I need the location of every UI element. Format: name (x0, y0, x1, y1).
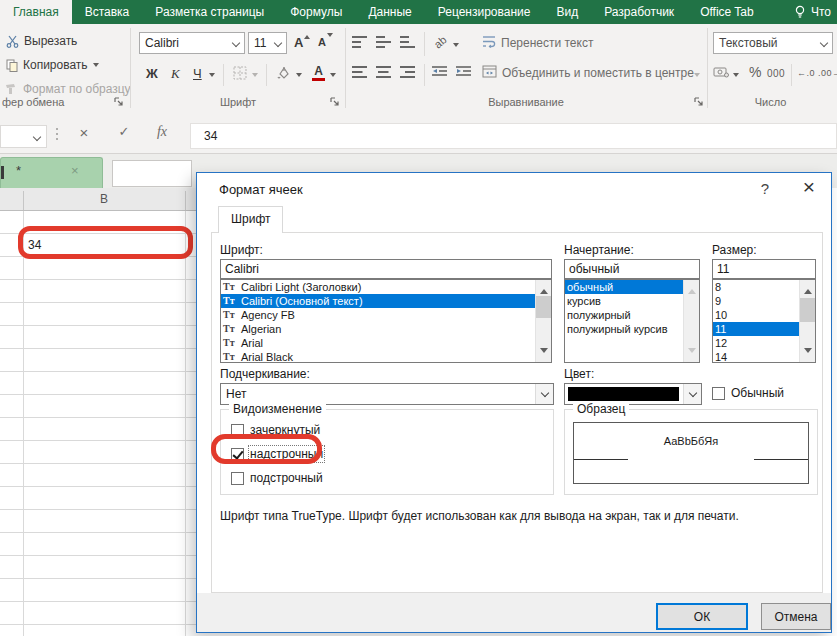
insert-function-button[interactable]: fx (150, 124, 174, 140)
tab-view[interactable]: Вид (543, 0, 591, 24)
normal-font-checkbox-row[interactable]: Обычный (712, 386, 784, 400)
comma-style-button[interactable]: 000 (767, 68, 785, 79)
font-color-button[interactable]: А (312, 64, 325, 81)
name-box-chevron-icon[interactable] (33, 132, 41, 140)
align-top-icon[interactable] (352, 36, 367, 48)
copy-button[interactable]: Копировать (6, 58, 99, 72)
align-center-icon[interactable] (376, 66, 391, 78)
increase-indent-icon[interactable] (456, 66, 471, 77)
subscript-checkbox[interactable] (231, 472, 244, 485)
style-list-item-selected[interactable]: обычный (565, 280, 699, 294)
font-dialog-launcher[interactable] (330, 97, 340, 107)
align-right-icon[interactable] (400, 66, 415, 78)
combo-dropdown-button[interactable] (683, 384, 701, 404)
merge-center-dropdown-icon[interactable] (694, 73, 700, 80)
scroll-up-icon[interactable] (540, 285, 548, 294)
tab-developer[interactable]: Разработчик (591, 0, 687, 24)
tab-review[interactable]: Рецензирование (425, 0, 544, 24)
font-list-item-selected[interactable]: ТтCalibri (Основной текст) (221, 294, 551, 308)
subscript-row[interactable]: подстрочный (231, 471, 323, 485)
cell-b2-value[interactable]: 34 (28, 238, 41, 252)
formula-input[interactable]: 34 (190, 123, 837, 149)
italic-button[interactable]: К (171, 66, 180, 82)
decrease-indent-icon[interactable] (432, 66, 447, 77)
combo-dropdown-button[interactable] (535, 384, 553, 404)
bold-button[interactable]: Ж (146, 66, 158, 81)
font-list-scrollbar[interactable] (535, 280, 551, 362)
number-format-combo[interactable]: Текстовый (713, 32, 833, 54)
decrease-decimal-button[interactable]: .00→ (818, 68, 837, 78)
format-painter-button[interactable]: Формат по образцу (4, 82, 131, 96)
wrap-text-label[interactable]: Перенести текст (501, 36, 593, 50)
cut-button[interactable]: Вырезать (6, 34, 77, 48)
close-workbook-icon[interactable]: × (71, 163, 79, 178)
scroll-down-icon[interactable] (804, 348, 812, 357)
tab-office-tab[interactable]: Office Tab (687, 0, 767, 24)
tab-home[interactable]: Главная (0, 0, 72, 24)
underline-button[interactable]: Ч (193, 66, 202, 81)
scrollbar-thumb[interactable] (800, 298, 815, 322)
accounting-dropdown-icon[interactable] (733, 73, 739, 80)
size-list-scrollbar[interactable] (799, 280, 815, 362)
font-list-item[interactable]: ТтCalibri Light (Заголовки) (221, 280, 551, 294)
formula-bar-grip[interactable] (56, 128, 58, 140)
copy-dropdown-icon[interactable] (93, 63, 99, 70)
cell-grid[interactable] (0, 211, 196, 636)
cancel-button[interactable]: Отмена (761, 603, 831, 630)
ok-button[interactable]: ОК (656, 603, 748, 630)
align-middle-icon[interactable] (376, 36, 391, 48)
confirm-entry-button[interactable]: ✓ (112, 124, 136, 139)
increase-decimal-button[interactable]: ←.0 (797, 68, 815, 78)
merge-center-label[interactable]: Объединить и поместить в центре (502, 66, 694, 80)
scroll-up-icon[interactable] (804, 285, 812, 294)
fill-color-dropdown-icon[interactable] (296, 73, 302, 80)
alignment-dialog-launcher[interactable] (694, 97, 704, 107)
orientation-icon[interactable]: ab (432, 33, 449, 50)
workbook-tab[interactable]: * × (0, 157, 103, 188)
font-list-item[interactable]: ТтAgency FB (221, 308, 551, 322)
font-color-dropdown-icon[interactable] (330, 73, 336, 80)
underline-dropdown-icon[interactable] (209, 73, 215, 80)
style-list-item[interactable]: курсив (565, 294, 699, 308)
align-bottom-icon[interactable] (400, 36, 415, 48)
percent-style-button[interactable]: % (749, 64, 761, 80)
tab-page-layout[interactable]: Разметка страницы (142, 0, 277, 24)
tab-insert[interactable]: Вставка (72, 0, 143, 24)
superscript-checkbox[interactable] (231, 448, 244, 461)
font-size-combo[interactable]: 11 (248, 32, 287, 54)
close-icon[interactable]: × (797, 175, 821, 199)
clipboard-dialog-launcher[interactable] (114, 97, 124, 107)
size-input[interactable]: 11 (712, 259, 816, 279)
cancel-entry-button[interactable]: × (72, 124, 96, 141)
name-box[interactable] (0, 125, 47, 148)
font-name-combo[interactable]: Calibri (139, 32, 245, 54)
style-list-item[interactable]: полужирный курсив (565, 322, 699, 336)
scroll-down-icon[interactable] (540, 348, 548, 357)
borders-icon[interactable] (233, 66, 247, 80)
align-left-icon[interactable] (352, 66, 367, 78)
fill-color-icon[interactable] (276, 66, 290, 80)
new-workbook-tab[interactable] (112, 160, 192, 187)
font-list-item[interactable]: ТтArial Black (221, 350, 551, 363)
tab-formulas[interactable]: Формулы (277, 0, 355, 24)
font-name-input[interactable]: Calibri (220, 259, 552, 279)
normal-font-checkbox[interactable] (712, 387, 725, 400)
merge-center-icon[interactable] (482, 65, 497, 78)
tell-me[interactable]: Что (794, 0, 837, 24)
font-list-item[interactable]: ТтArial (221, 336, 551, 350)
style-input[interactable]: обычный (564, 259, 700, 279)
style-list-item[interactable]: полужирный (565, 308, 699, 322)
tab-font[interactable]: Шрифт (218, 206, 283, 233)
decrease-font-button[interactable]: А (318, 36, 326, 48)
column-header-b[interactable]: B (23, 192, 185, 206)
help-button[interactable]: ? (755, 180, 775, 197)
orientation-dropdown-icon[interactable] (453, 43, 459, 50)
wrap-text-icon[interactable] (482, 35, 496, 48)
accounting-format-icon[interactable] (713, 66, 729, 78)
font-list-item[interactable]: ТтAlgerian (221, 322, 551, 336)
borders-dropdown-icon[interactable] (252, 73, 258, 80)
strikethrough-row[interactable]: зачеркнутый (231, 423, 320, 437)
scrollbar-thumb[interactable] (536, 296, 551, 318)
increase-font-button[interactable]: А (294, 35, 303, 50)
superscript-row[interactable]: надстрочный (231, 447, 323, 461)
